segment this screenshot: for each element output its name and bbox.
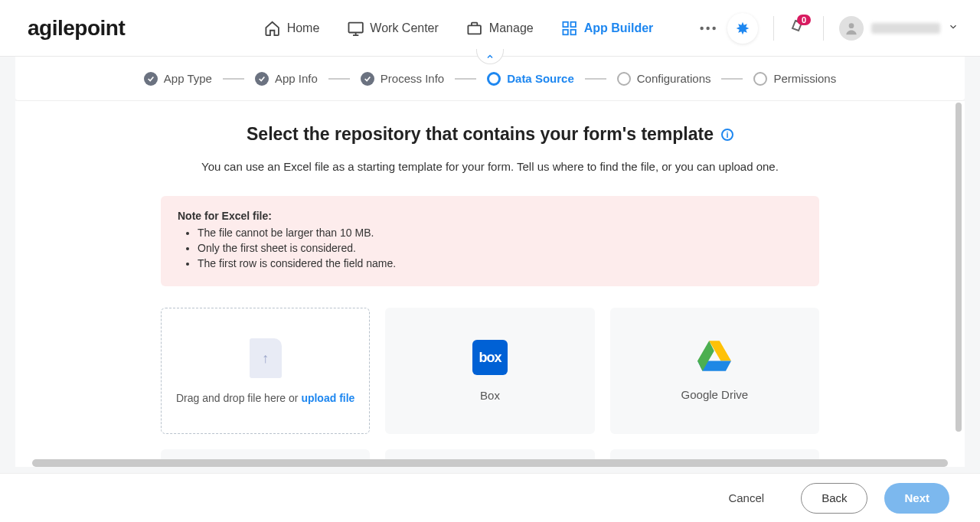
repo-card-box[interactable]: box Box <box>385 308 594 434</box>
nav-work-center[interactable]: Work Center <box>347 20 439 37</box>
upload-file-icon <box>250 338 282 378</box>
svg-rect-6 <box>563 29 567 34</box>
nav-label: Work Center <box>370 21 439 35</box>
nav-app-builder[interactable]: App Builder <box>561 20 654 37</box>
step-permissions[interactable]: Permissions <box>753 72 836 86</box>
content-pane: Select the repository that contains your… <box>15 101 965 467</box>
brand-text: agilepoint <box>28 16 125 41</box>
pending-step-icon <box>617 72 631 86</box>
topbar-right: 0 <box>727 13 959 44</box>
step-process-info[interactable]: Process Info <box>361 72 444 86</box>
svg-rect-7 <box>571 29 576 34</box>
step-connector <box>223 78 244 80</box>
step-connector <box>721 78 743 80</box>
page-title-text: Select the repository that contains your… <box>247 124 714 145</box>
step-label: Permissions <box>773 72 836 85</box>
repo-cards: Drag and drop file here or upload file b… <box>161 308 819 434</box>
step-label: Data Source <box>507 72 574 85</box>
back-button[interactable]: Back <box>801 483 867 514</box>
svg-point-10 <box>712 26 715 29</box>
upload-text: Drag and drop file here or upload file <box>176 392 354 404</box>
current-step-icon <box>487 72 501 86</box>
svg-point-11 <box>849 23 854 28</box>
step-label: App Type <box>164 72 212 85</box>
svg-rect-4 <box>563 21 567 26</box>
repo-label: Google Drive <box>681 388 749 401</box>
user-menu[interactable] <box>839 16 959 41</box>
briefcase-icon <box>466 20 483 37</box>
page-title: Select the repository that contains your… <box>161 124 819 145</box>
grid-icon <box>561 20 578 37</box>
pending-step-icon <box>753 72 767 86</box>
svg-rect-5 <box>571 21 576 26</box>
google-drive-logo-icon <box>697 341 731 374</box>
nav-manage[interactable]: Manage <box>466 20 534 37</box>
brand-logo: agilepoint <box>28 16 125 41</box>
svg-rect-0 <box>348 22 362 32</box>
monitor-icon <box>347 20 364 37</box>
nav-more[interactable] <box>699 20 716 37</box>
horizontal-scrollbar[interactable] <box>32 459 948 467</box>
step-label: Process Info <box>381 72 444 85</box>
main-nav: Home Work Center Manage App Builder <box>264 20 717 37</box>
box-logo-icon: box <box>472 340 508 375</box>
repo-label: Box <box>480 389 500 402</box>
step-label: App Info <box>275 72 318 85</box>
top-bar: agilepoint Home Work Center Manage App B… <box>0 0 980 57</box>
step-app-type[interactable]: App Type <box>144 72 212 86</box>
repo-card-google-drive[interactable]: Google Drive <box>610 308 819 434</box>
info-icon[interactable]: i <box>721 129 733 141</box>
divider <box>773 16 774 41</box>
nav-label: Home <box>287 21 320 35</box>
upload-link[interactable]: upload file <box>301 392 354 404</box>
excel-note-box: Note for Excel file: The file cannot be … <box>161 196 819 286</box>
note-item: The first row is considered the field na… <box>198 257 802 269</box>
note-heading: Note for Excel file: <box>178 210 802 222</box>
check-icon <box>255 72 269 86</box>
step-app-info[interactable]: App Info <box>255 72 318 86</box>
page-subtitle: You can use an Excel file as a starting … <box>161 160 819 173</box>
user-name <box>871 23 940 34</box>
notifications-button[interactable]: 0 <box>789 18 808 39</box>
check-icon <box>144 72 158 86</box>
launcher-button[interactable] <box>727 13 758 44</box>
divider <box>823 16 824 41</box>
step-connector <box>455 78 476 80</box>
home-icon <box>264 20 281 37</box>
notifications-badge: 0 <box>797 15 811 25</box>
upload-card[interactable]: Drag and drop file here or upload file <box>161 308 370 434</box>
chevron-down-icon <box>948 21 959 35</box>
avatar-icon <box>839 16 864 41</box>
note-item: The file cannot be larger than 10 MB. <box>198 227 802 239</box>
step-configurations[interactable]: Configurations <box>617 72 711 86</box>
svg-point-8 <box>700 26 703 29</box>
upload-prefix: Drag and drop file here or <box>176 392 301 404</box>
note-item: Only the first sheet is considered. <box>198 242 802 254</box>
svg-rect-3 <box>469 25 482 34</box>
nav-label: Manage <box>489 21 534 35</box>
next-button[interactable]: Next <box>884 483 949 514</box>
svg-point-9 <box>706 26 709 29</box>
nav-home[interactable]: Home <box>264 20 320 37</box>
cancel-button[interactable]: Cancel <box>708 483 784 514</box>
step-data-source[interactable]: Data Source <box>487 72 574 86</box>
nav-label: App Builder <box>584 21 654 35</box>
step-connector <box>585 78 606 80</box>
step-connector <box>328 78 350 80</box>
vertical-scrollbar[interactable] <box>956 103 962 432</box>
check-icon <box>361 72 374 86</box>
step-label: Configurations <box>637 72 711 85</box>
wizard-footer: Cancel Back Next <box>0 473 980 522</box>
